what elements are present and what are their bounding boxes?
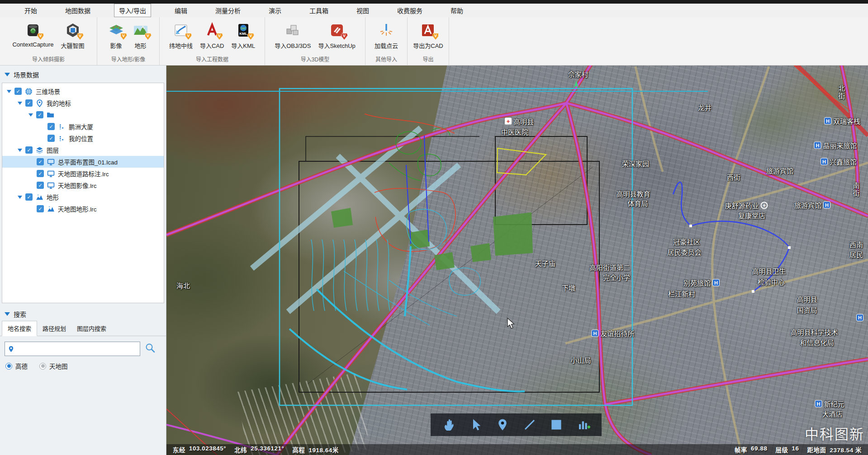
menu-map-data[interactable]: 地图数据: [61, 4, 95, 17]
ribbon-group-3d-models: 导入OBJ/3DS V 导入SketchUp 导入3D模型: [265, 17, 365, 65]
import-cad-button[interactable]: V 导入CAD: [197, 21, 227, 51]
expander-triangle-icon[interactable]: [28, 113, 33, 117]
centerline-icon: V: [172, 22, 190, 39]
export-cad-icon: V: [419, 22, 436, 39]
import-imagery-button[interactable]: V 影像: [105, 21, 128, 51]
placemark-pin-icon[interactable]: [496, 418, 509, 432]
tree-item-label: 天地图地形.lrc: [58, 204, 97, 213]
map-label-text: 西南: [849, 239, 863, 249]
map-label: 和信息化局: [800, 338, 834, 347]
scene-data-header[interactable]: 场景数据: [0, 66, 166, 81]
map-label: 高明县卫生: [752, 266, 786, 276]
import-kml-button[interactable]: KML V 导入KML: [228, 21, 258, 51]
draw-line-icon[interactable]: [523, 418, 536, 432]
map-label-text: 海北: [176, 281, 190, 290]
map-label-text: 复康堂店: [738, 211, 765, 220]
menu-view[interactable]: 视图: [352, 4, 374, 17]
search-magnifier-icon[interactable]: [145, 342, 156, 355]
checkbox[interactable]: ✓: [47, 135, 55, 142]
expander-triangle-icon[interactable]: [7, 90, 11, 93]
expander-triangle-icon[interactable]: [18, 102, 22, 105]
map-label: +高明县: [505, 117, 534, 126]
map-label: 检验中心: [758, 277, 785, 286]
dji-terra-button[interactable]: V 大疆智图: [58, 21, 87, 51]
search-tabs: 地名搜索 路径规划 图层内搜索: [0, 322, 166, 336]
tree-item-label: 天地图道路标注.lrc: [58, 169, 109, 178]
ribbon-group-label: 导入地形/影像: [97, 55, 159, 65]
checkbox[interactable]: ✓: [25, 193, 33, 201]
checkbox[interactable]: ✓: [37, 170, 44, 177]
map-label: H新纪元: [815, 399, 844, 408]
checkbox[interactable]: ✓: [37, 158, 44, 165]
menu-start[interactable]: 开始: [20, 4, 42, 17]
search-panel: 搜索 地名搜索 路径规划 图层内搜索 高德 天地图: [0, 305, 166, 371]
menu-help[interactable]: 帮助: [446, 4, 468, 17]
chart-analysis-icon[interactable]: [577, 418, 590, 432]
hospital-cross-icon: +: [505, 118, 512, 125]
menu-measure[interactable]: 测量分析: [211, 4, 245, 17]
tree-item[interactable]: ✓鹏洲大厦: [2, 121, 164, 132]
menu-import-export[interactable]: 导入/导出: [114, 4, 151, 17]
map-label-text: 冠豪社区: [673, 237, 700, 246]
export-cad-button[interactable]: V 导出为CAD: [410, 21, 446, 51]
menu-edit[interactable]: 编辑: [170, 4, 192, 17]
tree-item[interactable]: ✓图层: [2, 144, 164, 156]
expander-triangle-icon[interactable]: [18, 196, 22, 199]
map-label-text: 晶丽来旅馆: [823, 141, 857, 150]
radio-gaode[interactable]: 高德: [5, 361, 28, 371]
checkbox[interactable]: ✓: [47, 123, 55, 130]
checkbox[interactable]: ✓: [37, 182, 44, 189]
distance-to-ground-value: 2378.54 米: [830, 445, 862, 454]
tree-item[interactable]: ✓三维场景: [2, 85, 164, 97]
map-label: 海北: [176, 281, 190, 290]
expander-triangle-icon[interactable]: [18, 149, 22, 152]
menu-toolbox[interactable]: 工具箱: [305, 4, 333, 17]
checkbox[interactable]: ✓: [14, 88, 22, 95]
search-input[interactable]: [16, 342, 137, 356]
hintcad-centerline-button[interactable]: V 纬地中线: [166, 21, 195, 51]
map-label-text: 居民: [849, 249, 863, 259]
ribbon-group-label: 导入3D模型: [265, 55, 365, 65]
contextcapture-button[interactable]: V ContextCapture: [9, 21, 56, 49]
tab-layer-search[interactable]: 图层内搜索: [71, 321, 112, 336]
map-viewport[interactable]: 佘家村+高明县中医医院荣深家园龙井北街H双瑞客栈H晶丽来旅馆H兴鑫旅馆西街南街高…: [166, 66, 868, 455]
checkbox[interactable]: ✓: [25, 146, 33, 154]
select-arrow-icon[interactable]: [469, 418, 482, 432]
tree-item[interactable]: ✓我的位置: [2, 132, 164, 144]
tab-place-search[interactable]: 地名搜索: [2, 321, 37, 336]
tree-item[interactable]: ✓天地图影像.lrc: [2, 179, 164, 191]
radio-tianditu[interactable]: 天地图: [39, 361, 68, 371]
search-header[interactable]: 搜索: [0, 305, 166, 320]
menu-paid-services[interactable]: 收费服务: [393, 4, 427, 17]
import-sketchup-button[interactable]: V 导入SketchUp: [315, 21, 358, 51]
tree-item[interactable]: ✓我的地标: [2, 97, 164, 109]
tree-item[interactable]: ✓地形: [2, 191, 164, 203]
elevation-value: 1918.64米: [308, 445, 338, 454]
tree-item[interactable]: ✓天地图地形.lrc: [2, 203, 164, 215]
v-badge-icon: V: [216, 33, 223, 40]
map-label: H兴鑫旅馆: [821, 157, 857, 166]
draw-rectangle-icon[interactable]: [550, 418, 563, 432]
ribbon: V ContextCapture V 大疆智图 导入倾斜摄影: [0, 17, 868, 66]
hotel-icon: H: [815, 400, 822, 407]
tree-item-label: 三维场景: [36, 87, 60, 96]
import-terrain-button[interactable]: V 地形: [129, 21, 152, 51]
checkbox[interactable]: ✓: [25, 99, 33, 107]
v-badge-icon: V: [185, 33, 192, 40]
checkbox[interactable]: ✓: [37, 205, 44, 212]
map-label-text: 高明县科学技术: [790, 327, 838, 337]
pan-hand-icon[interactable]: [442, 418, 455, 432]
tree-item[interactable]: ✓: [2, 109, 164, 121]
tree-item-label: 我的地标: [47, 99, 71, 108]
checkbox[interactable]: ✓: [36, 111, 43, 118]
load-pointcloud-button[interactable]: 加载点云: [372, 21, 401, 51]
map-label: 旅游宾馆H: [794, 200, 830, 210]
tree-item[interactable]: ✓天地图道路标注.lrc: [2, 168, 164, 179]
v-badge-icon: V: [341, 33, 348, 40]
import-obj-3ds-button[interactable]: 导入OBJ/3DS: [272, 21, 313, 51]
menu-demo[interactable]: 演示: [264, 4, 286, 17]
tab-route-planning[interactable]: 路径规划: [37, 321, 71, 336]
tree-item[interactable]: ✓总平面布置图_01.lcad: [2, 156, 164, 168]
radio-dot-icon: [5, 363, 12, 370]
map-label: 高阳街道第二: [589, 263, 630, 272]
